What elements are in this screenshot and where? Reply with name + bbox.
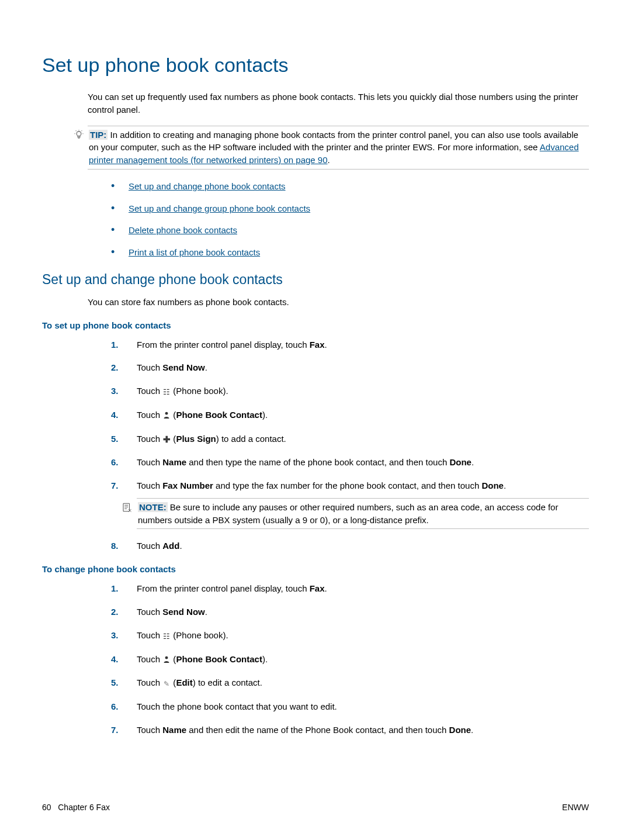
svg-point-3 [165, 656, 168, 659]
tip-callout: TIP: In addition to creating and managin… [88, 126, 589, 170]
ui-label-name: Name [162, 457, 186, 467]
step-number: 5. [111, 676, 119, 689]
toc-item: Set up and change phone book contacts [111, 180, 589, 193]
step-item: 2. Touch Send Now. [111, 606, 589, 618]
step-text: ( [171, 654, 176, 664]
step-item: 3. Touch ☷ (Phone book). [111, 629, 589, 642]
step-number: 8. [111, 540, 119, 552]
step-text: . [471, 725, 473, 735]
section-intro: You can store fax numbers as phone book … [88, 296, 584, 309]
step-text: ( [171, 677, 176, 687]
divider [137, 498, 589, 499]
section-paragraph: You can store fax numbers as phone book … [88, 296, 584, 309]
step-text: Touch [137, 607, 162, 617]
step-text: . [504, 481, 506, 490]
procedure-title: To set up phone book contacts [42, 320, 589, 330]
intro-paragraph: You can set up frequently used fax numbe… [88, 91, 584, 116]
note-icon [122, 501, 134, 514]
step-number: 5. [111, 433, 119, 445]
ui-label-fax: Fax [310, 583, 325, 593]
step-number: 4. [111, 409, 119, 421]
note-body: Be sure to include any pauses or other r… [138, 502, 558, 525]
step-number: 6. [111, 700, 119, 713]
step-number: 4. [111, 653, 119, 666]
person-icon [162, 655, 171, 666]
step-number: 3. [111, 385, 119, 397]
toc-link[interactable]: Print a list of phone book contacts [129, 247, 260, 257]
tip-text: TIP: In addition to creating and managin… [89, 129, 589, 167]
step-text: Touch [137, 630, 162, 640]
toc-link[interactable]: Delete phone book contacts [129, 225, 237, 235]
footer-right: ENWW [562, 803, 589, 812]
toc-link[interactable]: Set up and change phone book contacts [129, 181, 286, 191]
toc-list: Set up and change phone book contacts Se… [111, 180, 589, 259]
ui-label-send-now: Send Now [162, 362, 205, 372]
ui-label-name: Name [162, 725, 186, 735]
step-item: 2. Touch Send Now. [111, 361, 589, 374]
divider [88, 126, 589, 126]
tip-label: TIP: [89, 130, 108, 140]
step-item: 1. From the printer control panel displa… [111, 582, 589, 595]
toc-item: Set up and change group phone book conta… [111, 202, 589, 215]
ui-label-fax: Fax [310, 340, 325, 350]
procedure-steps: 1. From the printer control panel displa… [111, 338, 589, 553]
step-text: (Phone book). [171, 386, 228, 396]
phonebook-icon: ☷ [162, 631, 171, 642]
step-text: Touch [137, 654, 162, 664]
step-number: 3. [111, 629, 119, 642]
plus-icon: ✚ [162, 433, 171, 446]
step-text: (Phone book). [171, 630, 228, 640]
step-number: 2. [111, 606, 119, 618]
ui-label-plus-sign: Plus Sign [176, 434, 216, 444]
step-text: and type the fax number for the phone bo… [213, 481, 482, 490]
phonebook-icon: ☷ [162, 387, 171, 398]
step-text: Touch [137, 410, 162, 420]
chapter-label: Chapter 6 Fax [58, 803, 110, 812]
ui-label-phonebook-contact: Phone Book Contact [176, 410, 262, 420]
note-callout: NOTE: Be sure to include any pauses or o… [137, 498, 589, 530]
note-label: NOTE: [138, 502, 168, 512]
step-text: Touch the phone book contact that you wa… [137, 701, 337, 711]
step-text: ( [171, 410, 176, 420]
step-item: 4. Touch (Phone Book Contact). [111, 653, 589, 666]
step-number: 6. [111, 456, 119, 469]
tip-body-before: In addition to creating and managing pho… [89, 130, 578, 153]
step-text: ) to edit a contact. [193, 677, 262, 687]
page-number: 60 [42, 803, 51, 812]
divider [88, 169, 589, 170]
step-text: and then edit the name of the Phone Book… [186, 725, 449, 735]
ui-label-done: Done [449, 725, 471, 735]
step-item: 7. Touch Name and then edit the name of … [111, 724, 589, 737]
page-title: Set up phone book contacts [42, 54, 589, 77]
step-text: . [179, 541, 182, 551]
step-text: . [325, 583, 327, 593]
svg-rect-2 [123, 503, 130, 511]
step-number: 1. [111, 338, 119, 351]
step-text: Touch [137, 386, 162, 396]
step-text: From the printer control panel display, … [137, 340, 310, 350]
step-item: 1. From the printer control panel displa… [111, 338, 589, 351]
step-text: and then type the name of the phone book… [186, 457, 449, 467]
lightbulb-icon [74, 129, 85, 142]
step-item: 3. Touch ☷ (Phone book). [111, 385, 589, 398]
step-text: From the printer control panel display, … [137, 583, 310, 593]
toc-link[interactable]: Set up and change group phone book conta… [129, 203, 310, 213]
step-item: 7. Touch Fax Number and type the fax num… [111, 479, 589, 529]
svg-point-1 [165, 412, 168, 415]
section-heading: Set up and change phone book contacts [42, 272, 589, 288]
procedure-title: To change phone book contacts [42, 564, 589, 574]
step-text: Touch [137, 457, 162, 467]
step-text: ). [262, 410, 268, 420]
ui-label-edit: Edit [176, 677, 192, 687]
step-text: ( [171, 434, 176, 444]
step-text: ). [262, 654, 268, 664]
step-item: 4. Touch (Phone Book Contact). [111, 409, 589, 422]
step-text: ) to add a contact. [216, 434, 286, 444]
step-item: 5. Touch ✎ (Edit) to edit a contact. [111, 676, 589, 689]
step-item: 6. Touch Name and then type the name of … [111, 456, 589, 469]
procedure-steps: 1. From the printer control panel displa… [111, 582, 589, 736]
step-text: . [205, 362, 207, 372]
footer-left: 60 Chapter 6 Fax [42, 803, 110, 812]
step-text: Touch [137, 362, 162, 372]
step-number: 2. [111, 361, 119, 374]
